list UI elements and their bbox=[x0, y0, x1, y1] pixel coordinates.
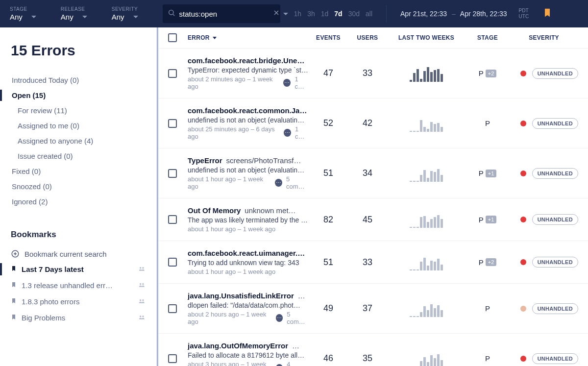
topbar: STAGE Any RELEASE Any SEVERITY Any 1h3h1… bbox=[0, 0, 588, 27]
events-count: 49 bbox=[309, 303, 348, 314]
share-icon[interactable] bbox=[138, 297, 146, 306]
search-box[interactable] bbox=[163, 4, 280, 23]
clear-icon[interactable] bbox=[272, 9, 280, 19]
svg-point-9 bbox=[140, 283, 142, 285]
stage-cell: P+1 bbox=[466, 216, 510, 224]
error-meta: about 2 hours ago – 1 week ago5 com… bbox=[188, 311, 309, 325]
sidebar-item[interactable]: Fixed (0) bbox=[11, 164, 146, 179]
sidebar-item[interactable]: For review (11) bbox=[11, 103, 146, 118]
error-message: undefined is not an object (evaluatin… bbox=[188, 116, 309, 124]
col-sparkline[interactable]: LAST TWO WEEKS bbox=[387, 34, 466, 41]
sidebar-item[interactable]: Snoozed (0) bbox=[11, 179, 146, 194]
more-icon bbox=[275, 179, 282, 187]
svg-point-10 bbox=[142, 283, 144, 285]
svg-point-14 bbox=[142, 316, 144, 317]
bookmark-item[interactable]: 1.3 release unhandled err… bbox=[11, 277, 146, 293]
sidebar-item[interactable]: Ignored (2) bbox=[11, 194, 146, 209]
error-meta: about 1 hour ago – 1 week ago bbox=[188, 225, 309, 233]
tz-top: PDT bbox=[519, 8, 529, 14]
error-message: Trying to add unknown view tag: 343 bbox=[188, 259, 309, 267]
severity-pill: UNHANDLED bbox=[532, 118, 578, 129]
stage-cell: P bbox=[466, 354, 510, 363]
content: ERROR EVENTS USERS LAST TWO WEEKS STAGE … bbox=[157, 27, 588, 366]
severity-pill: UNHANDLED bbox=[532, 214, 578, 225]
time-range-30d[interactable]: 30d bbox=[348, 10, 360, 18]
events-count: 47 bbox=[309, 68, 348, 78]
severity-pill: UNHANDLED bbox=[532, 68, 578, 79]
share-icon[interactable] bbox=[138, 265, 146, 273]
col-severity[interactable]: SEVERITY bbox=[510, 34, 578, 41]
severity-dot bbox=[520, 306, 526, 312]
add-bookmark[interactable]: Bookmark current search bbox=[11, 246, 146, 261]
row-checkbox[interactable] bbox=[168, 258, 177, 267]
row-checkbox[interactable] bbox=[168, 354, 177, 363]
severity-dot bbox=[520, 356, 526, 362]
bookmark-icon bbox=[11, 265, 17, 273]
severity-cell: UNHANDLED bbox=[510, 118, 578, 129]
error-row[interactable]: com.facebook.react.uimanager.…Trying to … bbox=[158, 241, 588, 284]
bookmark-label: Big Problems bbox=[22, 314, 133, 322]
time-range-all[interactable]: all bbox=[366, 10, 372, 18]
date-range[interactable]: Apr 21st, 22:33 – Apr 28th, 22:33 bbox=[400, 10, 507, 18]
row-checkbox[interactable] bbox=[168, 69, 177, 78]
error-row[interactable]: Out Of Memoryunknown met…The app was lik… bbox=[158, 198, 588, 241]
sidebar-item[interactable]: Introduced Today (0) bbox=[11, 73, 146, 88]
time-range-3h[interactable]: 3h bbox=[307, 10, 315, 18]
sidebar-item[interactable]: Assigned to anyone (4) bbox=[11, 133, 146, 148]
filter-severity[interactable]: SEVERITY Any bbox=[112, 6, 138, 21]
row-checkbox[interactable] bbox=[168, 304, 177, 313]
time-range-1h[interactable]: 1h bbox=[294, 10, 302, 18]
sidebar-item[interactable]: Issue created (0) bbox=[11, 148, 146, 164]
stage-cell: P+2 bbox=[466, 69, 510, 77]
events-count: 82 bbox=[309, 215, 348, 225]
sparkline bbox=[387, 254, 466, 270]
table-header: ERROR EVENTS USERS LAST TWO WEEKS STAGE … bbox=[158, 27, 588, 49]
time-range-7d[interactable]: 7d bbox=[334, 10, 342, 18]
severity-pill: UNHANDLED bbox=[532, 257, 578, 268]
error-row[interactable]: com.facebook.react.common.Ja…undefined i… bbox=[158, 98, 588, 148]
severity-pill: UNHANDLED bbox=[532, 168, 578, 179]
col-error[interactable]: ERROR bbox=[188, 34, 309, 41]
bookmark-icon[interactable] bbox=[542, 8, 552, 20]
page-title: 15 Errors bbox=[11, 42, 146, 59]
row-checkbox[interactable] bbox=[168, 119, 177, 128]
users-count: 42 bbox=[348, 118, 387, 128]
error-meta: about 1 hour ago – 1 week ago5 com… bbox=[188, 175, 309, 190]
col-users[interactable]: USERS bbox=[348, 34, 387, 41]
col-stage[interactable]: STAGE bbox=[466, 34, 510, 41]
search-input[interactable] bbox=[179, 10, 272, 18]
sidebar-item[interactable]: Open (15) bbox=[11, 88, 146, 103]
severity-cell: UNHANDLED bbox=[510, 68, 578, 79]
error-row[interactable]: java.lang.UnsatisfiedLinkError…dlopen fa… bbox=[158, 284, 588, 334]
bookmark-item[interactable]: Big Problems bbox=[11, 310, 146, 326]
filter-release-label: RELEASE bbox=[61, 6, 87, 12]
row-checkbox[interactable] bbox=[168, 169, 177, 178]
stage-cell: P+2 bbox=[466, 258, 510, 267]
error-title: Out Of Memoryunknown met… bbox=[188, 206, 309, 215]
filter-release[interactable]: RELEASE Any bbox=[61, 6, 87, 21]
row-checkbox[interactable] bbox=[168, 215, 177, 224]
timezone[interactable]: PDT UTC bbox=[519, 8, 529, 20]
share-icon[interactable] bbox=[138, 281, 146, 290]
filter-severity-label: SEVERITY bbox=[112, 6, 138, 12]
filter-stage[interactable]: STAGE Any bbox=[10, 6, 36, 21]
error-row[interactable]: TypeErrorscreens/PhotoTransf…undefined i… bbox=[158, 148, 588, 198]
share-icon[interactable] bbox=[138, 314, 146, 322]
col-events[interactable]: EVENTS bbox=[309, 34, 348, 41]
stage-badge: +2 bbox=[486, 258, 497, 266]
severity-dot bbox=[520, 217, 526, 222]
error-main: com.facebook.react.common.Ja…undefined i… bbox=[188, 106, 309, 140]
sidebar-item[interactable]: Assigned to me (0) bbox=[11, 118, 146, 133]
error-row[interactable]: com.facebook.react.bridge.Une…TypeError:… bbox=[158, 49, 588, 98]
users-count: 34 bbox=[348, 168, 387, 178]
error-title: java.lang.UnsatisfiedLinkError… bbox=[188, 292, 309, 300]
bookmark-item[interactable]: 1.8.3 photo errors bbox=[11, 293, 146, 310]
bookmark-item[interactable]: Last 7 Days latest bbox=[11, 261, 146, 277]
error-row[interactable]: java.lang.OutOfMemoryError…Failed to all… bbox=[158, 334, 588, 366]
events-count: 52 bbox=[309, 118, 348, 128]
sparkline bbox=[387, 211, 466, 228]
search-dropdown-icon[interactable] bbox=[283, 13, 288, 15]
select-all-checkbox[interactable] bbox=[168, 33, 177, 42]
tz-bottom: UTC bbox=[519, 14, 529, 20]
time-range-1d[interactable]: 1d bbox=[321, 10, 329, 18]
